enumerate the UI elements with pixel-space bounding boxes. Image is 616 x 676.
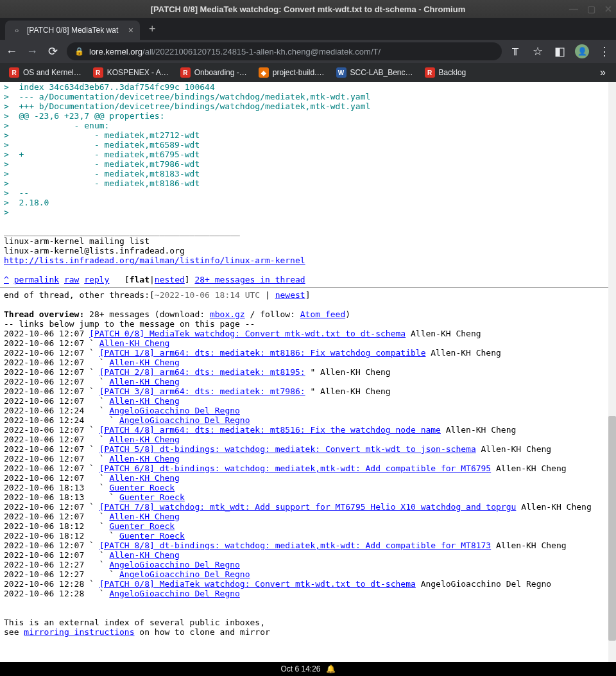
diff-line: > -- bbox=[4, 188, 34, 198]
panel-icon[interactable]: ◧ bbox=[553, 44, 566, 58]
thread-link[interactable]: Allen-KH Cheng bbox=[109, 550, 180, 560]
notification-bell-icon[interactable]: 🔔 bbox=[326, 664, 336, 673]
window-title: [PATCH 0/8] MediaTek watchdog: Convert m… bbox=[151, 4, 465, 14]
thread-link[interactable]: [PATCH 3/8] arm64: dts: mediatek: mt7986… bbox=[99, 386, 305, 396]
scrollbar-thumb[interactable] bbox=[608, 416, 616, 641]
bookmark-item[interactable]: WSCC-LAB_Benc… bbox=[331, 65, 418, 80]
bookmark-label: Onboarding -… bbox=[194, 68, 247, 77]
diff-line: > @@ -23,6 +23,7 @@ properties: bbox=[4, 111, 164, 121]
bookmark-item[interactable]: ROS and Kernel… bbox=[4, 65, 87, 80]
back-button[interactable]: ← bbox=[5, 45, 18, 58]
bookmark-favicon: ◆ bbox=[259, 67, 269, 78]
thread-link[interactable]: [PATCH 0/8] MediaTek watchdog: Convert m… bbox=[99, 579, 416, 589]
chromium-window: [PATCH 0/8] MediaTek watchdog: Convert m… bbox=[0, 0, 616, 662]
thread-link[interactable]: AngeloGioacchino Del Regno bbox=[109, 589, 240, 598]
nav-top-link[interactable]: ^ bbox=[4, 275, 9, 284]
thread-link[interactable]: Allen-KH Cheng bbox=[109, 358, 180, 367]
thread-link[interactable]: Allen-KH Cheng bbox=[109, 473, 180, 483]
diff-line: > - mediatek,mt2712-wdt bbox=[4, 130, 200, 140]
bookmark-item[interactable]: ◆project-build.… bbox=[253, 65, 330, 80]
thread-link[interactable]: [PATCH 8/8] dt-bindings: watchdog: media… bbox=[99, 541, 491, 550]
menu-icon[interactable]: ⋮ bbox=[598, 44, 611, 58]
diff-line: > - mediatek,mt8186-wdt bbox=[4, 178, 200, 188]
thread-link[interactable]: Allen-KH Cheng bbox=[109, 512, 180, 521]
tab-close-icon[interactable]: × bbox=[128, 25, 133, 35]
mbox-link[interactable]: mbox.gz bbox=[210, 309, 245, 319]
taskbar[interactable]: Oct 6 14:26 🔔 bbox=[0, 662, 616, 676]
tab-favicon: ○ bbox=[12, 25, 22, 35]
diff-line: > bbox=[4, 207, 14, 217]
raw-link[interactable]: raw bbox=[64, 275, 79, 284]
bookmark-label: Backlog bbox=[439, 68, 466, 77]
browser-toolbar: ← → ⟳ 🔒 lore.kernel.org/all/202210061207… bbox=[0, 40, 616, 63]
addr-path: /all/20221006120715.24815-1-allen-kh.che… bbox=[142, 47, 381, 56]
mailing-list-link[interactable]: http://lists.infradead.org/mailman/listi… bbox=[4, 256, 305, 265]
thread-link[interactable]: Guenter Roeck bbox=[119, 492, 185, 502]
thread-link[interactable]: Allen-KH Cheng bbox=[109, 454, 180, 464]
close-icon[interactable]: ✕ bbox=[604, 4, 612, 14]
mailing-list-name: linux-arm-kernel mailing list bbox=[4, 236, 150, 246]
mailing-list-addr: linux-arm-kernel@lists.infradead.org bbox=[4, 246, 185, 256]
thread-overview-label: Thread overview: bbox=[4, 309, 84, 319]
eot-pre: end of thread, other threads:[ bbox=[4, 290, 155, 300]
thread-link[interactable]: [PATCH 5/8] dt-bindings: watchdog: media… bbox=[99, 444, 476, 454]
flat-view: flat bbox=[130, 275, 150, 284]
nested-link[interactable]: nested bbox=[155, 275, 185, 284]
diff-line: > - mediatek,mt7986-wdt bbox=[4, 159, 200, 169]
thread-link[interactable]: Guenter Roeck bbox=[119, 531, 185, 541]
bookmark-label: project-build.… bbox=[273, 68, 325, 77]
new-tab-button[interactable]: + bbox=[149, 22, 156, 36]
address-bar[interactable]: 🔒 lore.kernel.org/all/20221006120715.248… bbox=[67, 42, 502, 60]
bookmark-star-icon[interactable]: ☆ bbox=[531, 44, 544, 58]
separator bbox=[0, 287, 616, 288]
reply-link[interactable]: reply bbox=[84, 275, 109, 284]
thread-link[interactable]: AngeloGioacchino Del Regno bbox=[109, 406, 240, 415]
thread-link[interactable]: [PATCH 2/8] arm64: dts: mediatek: mt8195… bbox=[99, 367, 305, 377]
thread-link[interactable]: Allen-KH Cheng bbox=[109, 435, 180, 444]
minimize-icon[interactable]: — bbox=[569, 4, 578, 14]
diff-line: > +++ b/Documentation/devicetree/binding… bbox=[4, 101, 370, 111]
avatar[interactable]: 👤 bbox=[575, 44, 589, 58]
page-content[interactable]: > index 34c634d3eb67..3daf754fc99c 10064… bbox=[0, 82, 616, 662]
mirroring-link[interactable]: mirroring instructions bbox=[24, 627, 134, 637]
bookmark-item[interactable]: RKOSPENEX - A… bbox=[88, 65, 174, 80]
lock-icon[interactable]: 🔒 bbox=[74, 47, 84, 56]
maximize-icon[interactable]: ▢ bbox=[587, 4, 595, 14]
thread-link[interactable]: AngeloGioacchino Del Regno bbox=[109, 560, 240, 569]
reload-button[interactable]: ⟳ bbox=[46, 44, 59, 58]
browser-tab[interactable]: ○ [PATCH 0/8] MediaTek wat × bbox=[5, 21, 140, 40]
diff-line: > - mediatek,mt6589-wdt bbox=[4, 140, 200, 150]
forward-button[interactable]: → bbox=[26, 45, 38, 58]
thread-link[interactable]: [PATCH 0/8] MediaTek watchdog: Convert m… bbox=[89, 329, 406, 338]
thread-link[interactable]: [PATCH 7/8] watchdog: mtk_wdt: Add suppo… bbox=[99, 502, 517, 512]
thread-link[interactable]: AngeloGioacchino Del Regno bbox=[119, 415, 250, 425]
thread-link[interactable]: Allen-KH Cheng bbox=[99, 338, 170, 348]
permalink-link[interactable]: permalink bbox=[14, 275, 59, 284]
thread-link[interactable]: AngeloGioacchino Del Regno bbox=[119, 569, 250, 579]
share-icon[interactable]: ⫪ bbox=[509, 45, 522, 58]
thread-link[interactable]: [PATCH 4/8] arm64: dts: mediatek: mt8516… bbox=[99, 425, 441, 435]
thread-link[interactable]: [PATCH 1/8] arm64: dts: mediatek: mt8186… bbox=[99, 348, 426, 358]
taskbar-clock[interactable]: Oct 6 14:26 bbox=[280, 664, 320, 673]
diff-line: > 2.18.0 bbox=[4, 198, 49, 207]
diff-line: > - mediatek,mt8183-wdt bbox=[4, 169, 200, 178]
bookmarks-overflow-icon[interactable]: » bbox=[594, 67, 612, 78]
scrollbar[interactable] bbox=[608, 82, 616, 662]
thread-link[interactable]: Allen-KH Cheng bbox=[109, 377, 180, 386]
footer-sep: ________________________________________… bbox=[4, 227, 240, 236]
thread-link[interactable]: Guenter Roeck bbox=[109, 521, 175, 531]
bookmark-favicon: R bbox=[425, 67, 435, 78]
bookmark-item[interactable]: ROnboarding -… bbox=[175, 65, 252, 80]
thread-link[interactable]: Guenter Roeck bbox=[109, 483, 175, 492]
bookmark-item[interactable]: RBacklog bbox=[420, 65, 472, 80]
thread-link[interactable]: Allen-KH Cheng bbox=[109, 396, 180, 406]
newest-link[interactable]: newest bbox=[275, 290, 305, 300]
messages-link[interactable]: 28+ messages in thread bbox=[194, 275, 305, 284]
atom-link[interactable]: Atom feed bbox=[300, 309, 345, 319]
bookmark-label: KOSPENEX - A… bbox=[107, 68, 169, 77]
tab-title: [PATCH 0/8] MediaTek wat bbox=[27, 26, 123, 35]
bookmarks-bar: ROS and Kernel…RKOSPENEX - A…ROnboarding… bbox=[0, 63, 616, 82]
diff-line: > --- a/Documentation/devicetree/binding… bbox=[4, 92, 370, 101]
thread-link[interactable]: [PATCH 6/8] dt-bindings: watchdog: media… bbox=[99, 464, 491, 473]
window-titlebar: [PATCH 0/8] MediaTek watchdog: Convert m… bbox=[0, 0, 616, 18]
